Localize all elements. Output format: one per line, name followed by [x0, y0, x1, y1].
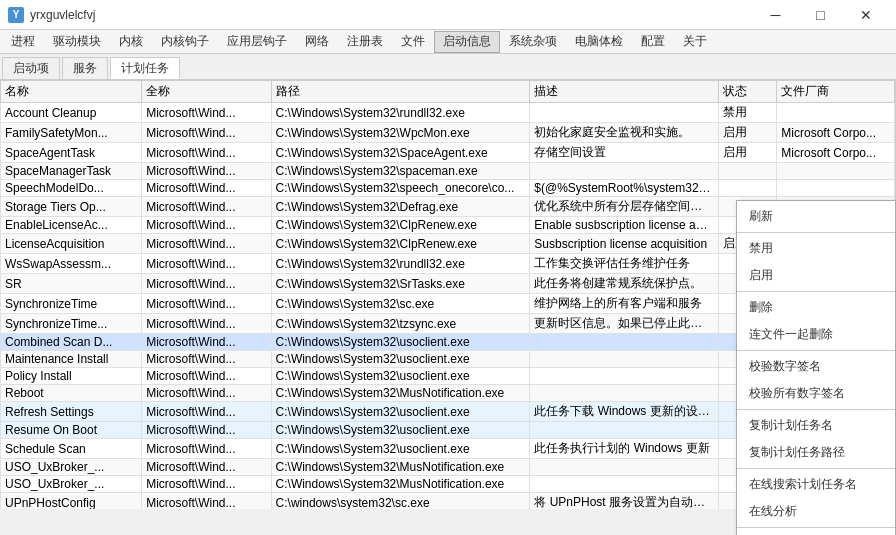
- table-row[interactable]: SpaceAgentTaskMicrosoft\Wind...C:\Window…: [1, 143, 895, 163]
- menu-kernel[interactable]: 内核: [110, 31, 152, 53]
- context-menu-separator: [737, 468, 895, 469]
- table-cell: C:\Windows\System32\speech_onecore\co...: [271, 180, 530, 197]
- context-menu-item[interactable]: 在线分析: [737, 498, 895, 525]
- app-icon: Y: [8, 7, 24, 23]
- table-cell: Microsoft\Wind...: [142, 439, 271, 459]
- table-cell: C:\Windows\System32\ClpRenew.exe: [271, 234, 530, 254]
- context-menu-item[interactable]: 校验数字签名: [737, 353, 895, 380]
- menu-kernel-hook[interactable]: 内核钩子: [152, 31, 218, 53]
- context-menu-item[interactable]: 刷新: [737, 203, 895, 230]
- menu-network[interactable]: 网络: [296, 31, 338, 53]
- table-cell: C:\Windows\System32\MusNotification.exe: [271, 459, 530, 476]
- table-cell: C:\Windows\System32\rundll32.exe: [271, 254, 530, 274]
- tab-startup-items[interactable]: 启动项: [2, 57, 60, 79]
- table-cell: C:\Windows\System32\SpaceAgent.exe: [271, 143, 530, 163]
- header-category[interactable]: 全称: [142, 81, 271, 103]
- menu-app-hook[interactable]: 应用层钩子: [218, 31, 296, 53]
- title-bar-left: Y yrxguvlelcfvj: [8, 7, 95, 23]
- table-cell: 初始化家庭安全监视和实施。: [530, 123, 718, 143]
- context-menu-separator: [737, 527, 895, 528]
- table-cell: EnableLicenseAc...: [1, 217, 142, 234]
- header-path[interactable]: 路径: [271, 81, 530, 103]
- table-cell: C:\windows\system32\sc.exe: [271, 493, 530, 510]
- table-cell: C:\Windows\System32\usoclient.exe: [271, 368, 530, 385]
- table-cell: [530, 163, 718, 180]
- table-cell: [530, 422, 718, 439]
- tab-scheduled-tasks[interactable]: 计划任务: [110, 57, 180, 79]
- header-desc[interactable]: 描述: [530, 81, 718, 103]
- table-row[interactable]: FamilySafetyMon...Microsoft\Wind...C:\Wi…: [1, 123, 895, 143]
- table-row[interactable]: Account CleanupMicrosoft\Wind...C:\Windo…: [1, 103, 895, 123]
- context-menu-item[interactable]: 定位到计划任务文件: [737, 530, 895, 535]
- context-menu-item[interactable]: 删除: [737, 294, 895, 321]
- table-cell: Microsoft\Wind...: [142, 314, 271, 334]
- table-cell: 禁用: [718, 103, 777, 123]
- table-cell: Microsoft\Wind...: [142, 368, 271, 385]
- table-row[interactable]: SpaceManagerTaskMicrosoft\Wind...C:\Wind…: [1, 163, 895, 180]
- table-cell: [718, 180, 777, 197]
- table-cell: [777, 180, 895, 197]
- table-cell: $(@%SystemRoot%\system32\spa: [530, 180, 718, 197]
- header-status[interactable]: 状态: [718, 81, 777, 103]
- header-name[interactable]: 名称: [1, 81, 142, 103]
- context-menu-separator: [737, 350, 895, 351]
- table-cell: SynchronizeTime...: [1, 314, 142, 334]
- table-cell: Policy Install: [1, 368, 142, 385]
- context-menu-item[interactable]: 复制计划任务名: [737, 412, 895, 439]
- menu-process[interactable]: 进程: [2, 31, 44, 53]
- table-cell: [530, 476, 718, 493]
- table-cell: 优化系统中所有分层存储空间的存: [530, 197, 718, 217]
- table-cell: Maintenance Install: [1, 351, 142, 368]
- table-cell: C:\Windows\System32\usoclient.exe: [271, 422, 530, 439]
- menu-driver[interactable]: 驱动模块: [44, 31, 110, 53]
- table-cell: Microsoft\Wind...: [142, 197, 271, 217]
- table-cell: Refresh Settings: [1, 402, 142, 422]
- table-cell: Microsoft\Wind...: [142, 493, 271, 510]
- table-cell: Resume On Boot: [1, 422, 142, 439]
- table-cell: SR: [1, 274, 142, 294]
- menu-checkup[interactable]: 电脑体检: [566, 31, 632, 53]
- close-button[interactable]: ✕: [843, 0, 888, 30]
- table-cell: [530, 459, 718, 476]
- menu-misc[interactable]: 系统杂项: [500, 31, 566, 53]
- menu-file[interactable]: 文件: [392, 31, 434, 53]
- menu-config[interactable]: 配置: [632, 31, 674, 53]
- table-cell: Microsoft\Wind...: [142, 402, 271, 422]
- table-cell: [530, 385, 718, 402]
- table-cell: C:\Windows\System32\rundll32.exe: [271, 103, 530, 123]
- table-cell: Microsoft\Wind...: [142, 351, 271, 368]
- table-cell: Microsoft\Wind...: [142, 294, 271, 314]
- context-menu-item[interactable]: 校验所有数字签名: [737, 380, 895, 407]
- table-row[interactable]: SpeechModelDo...Microsoft\Wind...C:\Wind…: [1, 180, 895, 197]
- table-cell: Schedule Scan: [1, 439, 142, 459]
- table-cell: SpeechModelDo...: [1, 180, 142, 197]
- context-menu-item[interactable]: 启用: [737, 262, 895, 289]
- table-cell: [777, 103, 895, 123]
- context-menu-item[interactable]: 禁用: [737, 235, 895, 262]
- table-cell: 工作集交换评估任务维护任务: [530, 254, 718, 274]
- tab-services[interactable]: 服务: [62, 57, 108, 79]
- table-cell: C:\Windows\System32\usoclient.exe: [271, 439, 530, 459]
- table-cell: Combined Scan D...: [1, 334, 142, 351]
- table-cell: C:\Windows\System32\usoclient.exe: [271, 351, 530, 368]
- menu-registry[interactable]: 注册表: [338, 31, 392, 53]
- table-cell: Microsoft\Wind...: [142, 254, 271, 274]
- tab-bar-primary: 启动项 服务 计划任务: [0, 54, 896, 80]
- table-cell: USO_UxBroker_...: [1, 459, 142, 476]
- context-menu-item[interactable]: 复制计划任务路径: [737, 439, 895, 466]
- table-cell: Microsoft\Wind...: [142, 180, 271, 197]
- minimize-button[interactable]: ─: [753, 0, 798, 30]
- context-menu-separator: [737, 232, 895, 233]
- table-cell: [718, 163, 777, 180]
- table-cell: 更新时区信息。如果已停止此任务: [530, 314, 718, 334]
- table-cell: [530, 368, 718, 385]
- maximize-button[interactable]: □: [798, 0, 843, 30]
- menu-startup[interactable]: 启动信息: [434, 31, 500, 53]
- table-cell: 此任务下载 Windows 更新的设置...: [530, 402, 718, 422]
- header-vendor[interactable]: 文件厂商: [777, 81, 895, 103]
- context-menu-item[interactable]: 在线搜索计划任务名: [737, 471, 895, 498]
- window-title: yrxguvlelcfvj: [30, 8, 95, 22]
- menu-about[interactable]: 关于: [674, 31, 716, 53]
- table-cell: 此任务将创建常规系统保护点。: [530, 274, 718, 294]
- context-menu-item[interactable]: 连文件一起删除: [737, 321, 895, 348]
